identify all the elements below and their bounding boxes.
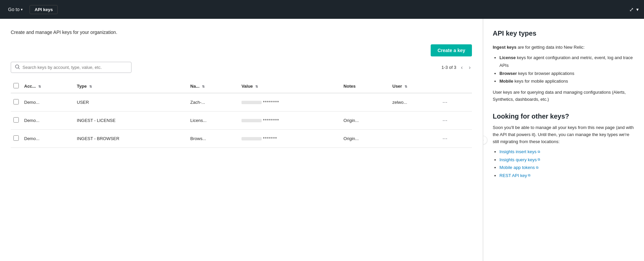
search-input[interactable] xyxy=(22,65,127,70)
row-checkbox-2[interactable] xyxy=(13,135,19,141)
prev-page-button[interactable]: ‹ xyxy=(460,64,464,71)
goto-chevron-icon: ▾ xyxy=(21,7,23,12)
search-wrapper xyxy=(11,62,131,73)
external-link-icon-1: ⧉ xyxy=(538,157,540,163)
pagination-bar: 1-3 of 3 ‹ › xyxy=(441,64,472,71)
value-blur-0 xyxy=(241,101,262,104)
list-item-browser: Browser keys for browser applications xyxy=(499,70,635,77)
header-name: Na... ⇅ xyxy=(187,80,239,93)
sort-value-icon[interactable]: ⇅ xyxy=(255,85,258,88)
cell-value-0: ******** xyxy=(239,93,341,112)
cell-actions-0: ··· xyxy=(438,93,472,112)
value-stars-0: ******** xyxy=(263,100,279,105)
other-keys-links-list: Insights insert keys ⧉Insights query key… xyxy=(493,148,635,179)
main-layout: Create and manage API keys for your orga… xyxy=(0,19,644,261)
table-row: Demo... USER Zach-... ******** zelwo... … xyxy=(11,93,472,112)
cell-actions-1: ··· xyxy=(438,112,472,130)
cell-type-2: INGEST - BROWSER xyxy=(74,130,187,148)
list-item-license: License keys for agent configuration and… xyxy=(499,54,635,70)
header-type: Type ⇅ xyxy=(74,80,187,93)
row-actions-button-1[interactable]: ··· xyxy=(440,116,449,125)
link-0[interactable]: Insights insert keys ⧉ xyxy=(499,148,540,156)
right-panel: › API key types Ingest keys are for gett… xyxy=(483,19,644,261)
value-stars-1: ******** xyxy=(263,118,279,123)
value-blur-2 xyxy=(241,137,262,140)
toolbar-right: 1-3 of 3 ‹ › xyxy=(441,64,472,71)
table-row: Demo... INGEST - BROWSER Brows... ******… xyxy=(11,130,472,148)
cell-name-0: Zach-... xyxy=(187,93,239,112)
sort-type-icon[interactable]: ⇅ xyxy=(89,85,92,88)
sort-name-icon[interactable]: ⇅ xyxy=(202,85,205,88)
table-row: Demo... INGEST - LICENSE Licens... *****… xyxy=(11,112,472,130)
header-actions xyxy=(438,80,472,93)
external-link-icon-3: ⧉ xyxy=(528,172,530,178)
cell-value-2: ******* xyxy=(239,130,341,148)
link-item-2: Mobile app tokens ⧉ xyxy=(499,164,635,171)
cell-account-0: Demo... xyxy=(21,93,74,112)
other-keys-text: Soon you'll be able to manage all your k… xyxy=(493,124,635,145)
api-keys-badge: API keys xyxy=(30,5,58,14)
cell-notes-0 xyxy=(341,93,390,112)
table-header-row: Acc... ⇅ Type ⇅ Na... ⇅ Value ⇅ xyxy=(11,80,472,93)
header-value: Value ⇅ xyxy=(239,80,341,93)
cell-user-1 xyxy=(390,112,438,130)
user-keys-text: User keys are for querying data and mana… xyxy=(493,89,635,103)
link-item-0: Insights insert keys ⧉ xyxy=(499,148,635,156)
create-key-button[interactable]: Create a key xyxy=(431,44,472,56)
panel-toggle-button[interactable]: › xyxy=(483,136,487,144)
link-item-1: Insights query keys ⧉ xyxy=(499,156,635,164)
pagination-label: 1-3 of 3 xyxy=(441,65,456,70)
cell-account-2: Demo... xyxy=(21,130,74,148)
cell-name-1: Licens... xyxy=(187,112,239,130)
panel-toggle-icon: › xyxy=(483,138,484,142)
cell-type-0: USER xyxy=(74,93,187,112)
row-checkbox-cell-0 xyxy=(11,93,21,112)
list-item-mobile: Mobile keys for mobile applications xyxy=(499,77,635,85)
sort-account-icon[interactable]: ⇅ xyxy=(38,85,41,88)
cell-user-2 xyxy=(390,130,438,148)
row-checkbox-0[interactable] xyxy=(13,99,19,104)
header-account: Acc... ⇅ xyxy=(21,80,74,93)
right-panel-title: API key types xyxy=(493,30,635,37)
toolbar: 1-3 of 3 ‹ › xyxy=(11,62,472,73)
next-page-button[interactable]: › xyxy=(468,64,472,71)
cell-value-1: ******** xyxy=(239,112,341,130)
header-user: User ⇅ xyxy=(390,80,438,93)
row-checkbox-1[interactable] xyxy=(13,117,19,123)
top-bar-left: Go to ▾ API keys xyxy=(5,5,58,14)
row-checkbox-cell-1 xyxy=(11,112,21,130)
cell-account-1: Demo... xyxy=(21,112,74,130)
ingest-keys-intro: Ingest keys are for getting data into Ne… xyxy=(493,44,635,51)
svg-line-1 xyxy=(18,68,19,69)
expand-button[interactable]: ⤢ xyxy=(629,6,634,13)
value-stars-2: ******* xyxy=(263,136,277,141)
header-checkbox-cell xyxy=(11,80,21,93)
cell-name-2: Brows... xyxy=(187,130,239,148)
cell-type-1: INGEST - LICENSE xyxy=(74,112,187,130)
top-bar-right: ⤢ ▾ xyxy=(629,6,639,13)
expand-chevron-button[interactable]: ▾ xyxy=(636,7,639,12)
search-icon xyxy=(15,64,20,70)
goto-button[interactable]: Go to ▾ xyxy=(5,5,25,14)
cell-user-0: zelwo... xyxy=(390,93,438,112)
sort-user-icon[interactable]: ⇅ xyxy=(405,85,407,88)
row-actions-button-0[interactable]: ··· xyxy=(440,98,449,106)
left-panel: Create and manage API keys for your orga… xyxy=(0,19,483,261)
row-actions-button-2[interactable]: ··· xyxy=(440,134,449,143)
cell-notes-2: Origin... xyxy=(341,130,390,148)
goto-label: Go to xyxy=(8,7,19,12)
select-all-checkbox[interactable] xyxy=(13,83,19,88)
header-notes: Notes xyxy=(341,80,390,93)
panel-description: Create and manage API keys for your orga… xyxy=(11,30,472,35)
value-blur-1 xyxy=(241,119,262,122)
link-3[interactable]: REST API key ⧉ xyxy=(499,172,530,179)
link-2[interactable]: Mobile app tokens ⧉ xyxy=(499,164,538,171)
cell-actions-2: ··· xyxy=(438,130,472,148)
keys-table: Acc... ⇅ Type ⇅ Na... ⇅ Value ⇅ xyxy=(11,80,472,148)
row-checkbox-cell-2 xyxy=(11,130,21,148)
external-link-icon-0: ⧉ xyxy=(538,149,540,155)
link-1[interactable]: Insights query keys ⧉ xyxy=(499,156,540,164)
external-link-icon-2: ⧉ xyxy=(536,165,538,171)
link-item-3: REST API key ⧉ xyxy=(499,172,635,179)
top-bar: Go to ▾ API keys ⤢ ▾ xyxy=(0,0,644,19)
